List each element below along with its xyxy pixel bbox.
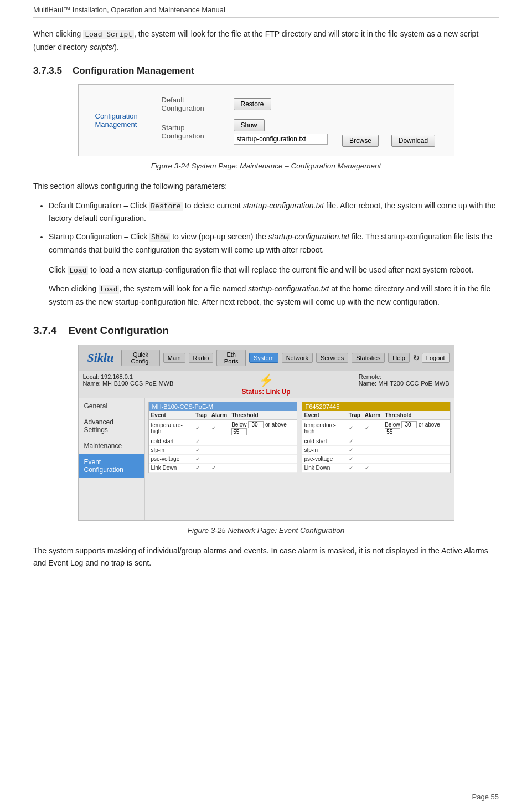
extra2-text2: , the system will look for a file named bbox=[119, 284, 248, 293]
bullet1-italic: startup-configuration.txt bbox=[243, 201, 324, 210]
threshold-above-input[interactable] bbox=[231, 428, 247, 435]
figure-325-caption: Figure 3-25 Network Page: Event Configur… bbox=[33, 526, 499, 535]
table-row: sfp-in ✓ bbox=[302, 445, 450, 454]
event-trap: ✓ bbox=[347, 419, 363, 437]
event-threshold bbox=[383, 445, 450, 454]
extra2-code: Load bbox=[99, 285, 119, 294]
event-trap: ✓ bbox=[193, 437, 209, 445]
event-alarm: ✓ bbox=[363, 463, 383, 472]
section-description: This section allows configuring the foll… bbox=[33, 180, 499, 192]
bullet-list: Default Configuration – Click Restore to… bbox=[33, 199, 499, 256]
restore-cell: Restore bbox=[228, 93, 337, 116]
col-event-2: Event bbox=[302, 411, 347, 420]
nav-radio[interactable]: Radio bbox=[189, 353, 214, 363]
event-name: Link Down bbox=[302, 463, 347, 472]
event-trap: ✓ bbox=[347, 454, 363, 463]
event-threshold bbox=[229, 463, 296, 472]
event-threshold bbox=[229, 437, 296, 445]
download-button[interactable]: Download bbox=[391, 135, 435, 147]
app-body: General Advanced Settings Maintenance Ev… bbox=[79, 398, 454, 520]
event-name: sfp-in bbox=[149, 445, 193, 454]
event-threshold bbox=[383, 463, 450, 472]
app-sidebar: General Advanced Settings Maintenance Ev… bbox=[79, 398, 145, 520]
logo-area: Siklu bbox=[83, 347, 118, 368]
threshold-above-input[interactable] bbox=[385, 428, 400, 435]
local-label: Local: 192.168.0.1 bbox=[83, 373, 174, 380]
threshold-below-input[interactable] bbox=[401, 421, 417, 428]
nav-ethports[interactable]: Eth Ports bbox=[216, 350, 246, 366]
device-section: MH-B100-CCS-PoE-M Event Trap Alarm Thres… bbox=[148, 402, 451, 473]
startup-config-label: StartupConfiguration bbox=[156, 116, 228, 148]
local-name: Name: MH-B100-CCS-PoE-MWB bbox=[83, 380, 174, 387]
logout-button[interactable]: Logout bbox=[422, 353, 450, 363]
config-mgmt-label: ConfigurationManagement bbox=[90, 93, 156, 148]
col-trap-2: Trap bbox=[347, 411, 363, 420]
col-alarm-2: Alarm bbox=[363, 411, 383, 420]
sidebar-item-event-config[interactable]: Event Configuration bbox=[79, 454, 144, 478]
threshold-below-input[interactable] bbox=[248, 421, 264, 428]
app-ui: Siklu Quick Config. Main Radio Eth Ports… bbox=[79, 345, 454, 520]
extra-para-2: When clicking Load, the system will look… bbox=[49, 283, 499, 308]
sidebar-item-general[interactable]: General bbox=[79, 398, 144, 414]
table-row: pse-voltage ✓ bbox=[302, 454, 450, 463]
restore-button[interactable]: Restore bbox=[234, 98, 271, 110]
config-management-table: ConfigurationManagement DefaultConfigura… bbox=[90, 93, 443, 148]
event-threshold bbox=[383, 454, 450, 463]
intro-italic1: scripts/ bbox=[90, 43, 114, 52]
remote-info: Remote: Name: MH-T200-CCC-PoE-MWB bbox=[359, 373, 450, 396]
table-row: Link Down ✓ ✓ bbox=[302, 463, 450, 472]
device2-panel: F645207445 Event Trap Alarm Threshold bbox=[302, 402, 451, 473]
col-threshold-1: Threshold bbox=[229, 411, 296, 420]
figure-324-box: ConfigurationManagement DefaultConfigura… bbox=[78, 84, 454, 156]
event-alarm bbox=[209, 454, 229, 463]
link-icon: ⚡ bbox=[259, 373, 273, 388]
remote-name: Name: MH-T200-CCC-PoE-MWB bbox=[359, 380, 450, 387]
extra2-text1: When clicking bbox=[49, 284, 99, 293]
bullet2-text2: to view (pop-up screen) the bbox=[170, 232, 268, 241]
device1-header: MH-B100-CCS-PoE-M bbox=[149, 402, 297, 411]
page-footer: Page 55 bbox=[472, 793, 499, 801]
nav-network[interactable]: Network bbox=[282, 353, 313, 363]
refresh-icon[interactable]: ↻ bbox=[413, 353, 420, 362]
browse-button[interactable]: Browse bbox=[342, 135, 379, 147]
filename-input[interactable] bbox=[234, 134, 328, 145]
show-button[interactable]: Show bbox=[234, 119, 265, 131]
event-threshold: Below or above bbox=[383, 419, 450, 437]
extra-para-1: Click Load to load a new startup-configu… bbox=[49, 264, 499, 277]
intro-text1: When clicking bbox=[33, 29, 83, 38]
nav-help[interactable]: Help bbox=[388, 353, 410, 363]
sidebar-item-maintenance[interactable]: Maintenance bbox=[79, 438, 144, 454]
event-name: Link Down bbox=[149, 463, 193, 472]
event-trap: ✓ bbox=[193, 454, 209, 463]
nav-main[interactable]: Main bbox=[163, 353, 185, 363]
table-row: cold-start ✓ bbox=[302, 437, 450, 445]
nav-quickconfig[interactable]: Quick Config. bbox=[121, 350, 160, 366]
event-alarm: ✓ bbox=[363, 419, 383, 437]
default-config-label: DefaultConfiguration bbox=[156, 93, 228, 116]
event-alarm: ✓ bbox=[209, 419, 229, 437]
col-alarm-1: Alarm bbox=[209, 411, 229, 420]
table-row: Link Down ✓ ✓ bbox=[149, 463, 297, 472]
event-trap: ✓ bbox=[347, 445, 363, 454]
nav-statistics[interactable]: Statistics bbox=[352, 353, 385, 363]
event-alarm bbox=[209, 437, 229, 445]
event-alarm: ✓ bbox=[209, 463, 229, 472]
table-row: cold-start ✓ bbox=[149, 437, 297, 445]
extra1-text1: Click bbox=[49, 265, 68, 274]
document-header: MultiHaul™ Installation, Operation and M… bbox=[33, 6, 499, 18]
bullet-item-2: Startup Configuration – Click Show to vi… bbox=[49, 230, 499, 256]
table-row: temperature-high ✓ ✓ Below or above bbox=[149, 419, 297, 437]
download-cell: Download bbox=[386, 116, 443, 148]
sidebar-item-advanced[interactable]: Advanced Settings bbox=[79, 414, 144, 438]
table-row: sfp-in ✓ bbox=[149, 445, 297, 454]
event-name: cold-start bbox=[302, 437, 347, 445]
show-cell: Show bbox=[228, 116, 337, 148]
event-name: pse-voltage bbox=[302, 454, 347, 463]
section-375: 3.7.3.5 Configuration Management Configu… bbox=[33, 65, 499, 308]
table-row: pse-voltage ✓ bbox=[149, 454, 297, 463]
event-trap: ✓ bbox=[347, 437, 363, 445]
nav-services[interactable]: Services bbox=[316, 353, 348, 363]
event-name: sfp-in bbox=[302, 445, 347, 454]
nav-system[interactable]: System bbox=[249, 353, 278, 363]
event-name: temperature-high bbox=[302, 419, 347, 437]
